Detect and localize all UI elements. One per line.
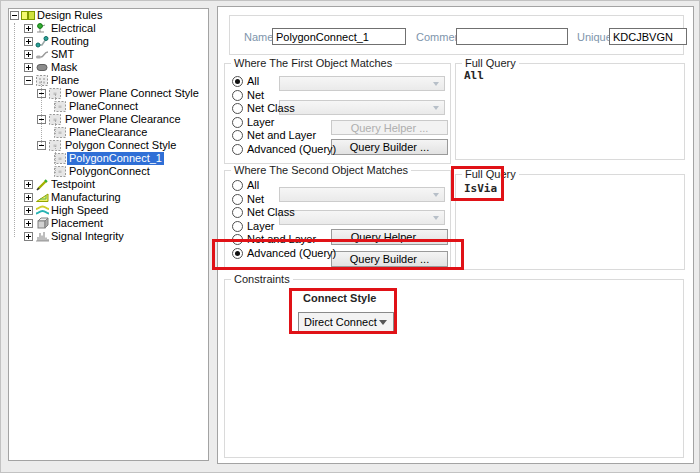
radio-label[interactable]: Advanced (Query) <box>247 247 336 259</box>
radio-layer[interactable] <box>232 117 243 128</box>
radio-label[interactable]: Net <box>247 89 264 101</box>
tree-item-polygon-connect-style[interactable]: Polygon Connect Style <box>9 139 208 152</box>
radio-advanced-query[interactable] <box>232 144 243 155</box>
tree-item-label[interactable]: Polygon Connect Style <box>63 139 178 152</box>
collapse-icon[interactable] <box>10 11 19 20</box>
tree-item-polygonconnect[interactable]: PolygonConnect <box>9 165 208 178</box>
expand-icon[interactable] <box>24 24 33 33</box>
query-builder-button-second[interactable]: Query Builder ... <box>331 251 448 267</box>
radio-row-layer[interactable]: Layer <box>232 220 275 233</box>
tree-item-planeclearance[interactable]: PlaneClearance <box>9 126 208 139</box>
collapse-icon[interactable] <box>24 76 33 85</box>
radio-label[interactable]: Net Class <box>247 206 295 218</box>
tree-item-label[interactable]: Signal Integrity <box>49 230 126 243</box>
tree-item-routing[interactable]: Routing <box>9 35 208 48</box>
radio-row-net-and-layer[interactable]: Net and Layer <box>232 233 316 246</box>
radio-all[interactable] <box>232 180 243 191</box>
radio-row-net-and-layer[interactable]: Net and Layer <box>232 129 316 142</box>
radio-label[interactable]: Net and Layer <box>247 233 316 245</box>
tree-item-label[interactable]: PolygonConnect_1 <box>67 152 164 165</box>
tree-item-label[interactable]: Placement <box>49 217 105 230</box>
radio-net-and-layer[interactable] <box>232 234 243 245</box>
radio-label[interactable]: Net Class <box>247 102 295 114</box>
plane-icon <box>35 74 50 87</box>
high-speed-icon <box>35 204 50 217</box>
expand-icon[interactable] <box>24 193 33 202</box>
radio-net[interactable] <box>232 90 243 101</box>
expand-icon[interactable] <box>24 232 33 241</box>
radio-net-and-layer[interactable] <box>232 130 243 141</box>
expand-icon[interactable] <box>24 206 33 215</box>
tree-item-label[interactable]: PolygonConnect <box>67 165 152 178</box>
full-query-second-text: IsVia <box>464 182 497 195</box>
radio-label[interactable]: Net <box>247 193 264 205</box>
tree-item-label[interactable]: Mask <box>49 61 79 74</box>
tree-item-design-rules[interactable]: Design Rules <box>9 9 208 22</box>
tree-item-polygonconnect-1[interactable]: PolygonConnect_1 <box>9 152 208 165</box>
expand-icon[interactable] <box>24 50 33 59</box>
manufacturing-icon <box>35 191 50 204</box>
tree-item-label[interactable]: PlaneConnect <box>67 100 140 113</box>
radio-row-advanced-query[interactable]: Advanced (Query) <box>232 143 336 156</box>
radio-label[interactable]: Layer <box>247 220 275 232</box>
tree-item-placement[interactable]: Placement <box>9 217 208 230</box>
radio-advanced-query-selected[interactable] <box>232 248 243 259</box>
chevron-down-icon <box>379 320 387 325</box>
name-input[interactable] <box>272 28 406 45</box>
radio-label[interactable]: Net and Layer <box>247 129 316 141</box>
radio-label[interactable]: All <box>247 179 259 191</box>
tree-item-plane[interactable]: Plane <box>9 74 208 87</box>
expand-icon[interactable] <box>24 63 33 72</box>
tree-item-label[interactable]: High Speed <box>49 204 111 217</box>
mask-icon <box>35 61 50 74</box>
net-class-dropdown-second <box>279 210 445 225</box>
radio-label[interactable]: Advanced (Query) <box>247 143 336 155</box>
tree-item-smt[interactable]: SMT <box>9 48 208 61</box>
tree-item-label[interactable]: Routing <box>49 35 91 48</box>
unique-id-input[interactable] <box>609 28 687 45</box>
radio-label[interactable]: Layer <box>247 116 275 128</box>
radio-row-net-class[interactable]: Net Class <box>232 102 295 115</box>
radio-net-class[interactable] <box>232 103 243 114</box>
tree-item-label[interactable]: Power Plane Clearance <box>63 113 183 126</box>
tree-item-high-speed[interactable]: High Speed <box>9 204 208 217</box>
tree-item-label[interactable]: SMT <box>49 48 76 61</box>
tree-item-label[interactable]: Plane <box>49 74 81 87</box>
tree-item-label[interactable]: Testpoint <box>49 178 97 191</box>
tree-item-mask[interactable]: Mask <box>9 61 208 74</box>
expand-icon[interactable] <box>24 219 33 228</box>
query-helper-button-second[interactable]: Query Helper ... <box>331 229 448 245</box>
radio-row-net[interactable]: Net <box>232 89 264 102</box>
tree-item-electrical[interactable]: Electrical <box>9 22 208 35</box>
expand-icon[interactable] <box>24 180 33 189</box>
radio-row-all[interactable]: All <box>232 179 259 192</box>
radio-net-class[interactable] <box>232 207 243 218</box>
net-class-dropdown-first <box>279 100 445 115</box>
tree-item-label[interactable]: Electrical <box>49 22 98 35</box>
tree-item-label[interactable]: Design Rules <box>35 9 104 22</box>
radio-label[interactable]: All <box>247 75 259 87</box>
tree-item-planeconnect[interactable]: PlaneConnect <box>9 100 208 113</box>
tree-item-power-plane-connect-style[interactable]: Power Plane Connect Style <box>9 87 208 100</box>
comment-input[interactable] <box>456 28 568 45</box>
tree-item-label[interactable]: PlaneClearance <box>67 126 149 139</box>
expand-icon[interactable] <box>24 37 33 46</box>
tree-item-label[interactable]: Manufacturing <box>49 191 123 204</box>
tree-item-manufacturing[interactable]: Manufacturing <box>9 191 208 204</box>
tree-item-signal-integrity[interactable]: Signal Integrity <box>9 230 208 243</box>
routing-icon <box>35 35 50 48</box>
radio-row-net-class[interactable]: Net Class <box>232 206 295 219</box>
radio-row-layer[interactable]: Layer <box>232 116 275 129</box>
query-builder-button-first[interactable]: Query Builder ... <box>331 139 448 155</box>
radio-net[interactable] <box>232 194 243 205</box>
radio-row-advanced-query[interactable]: Advanced (Query) <box>232 247 336 260</box>
tree-item-label[interactable]: Power Plane Connect Style <box>63 87 201 100</box>
tree-item-power-plane-clearance[interactable]: Power Plane Clearance <box>9 113 208 126</box>
radio-row-net[interactable]: Net <box>232 193 264 206</box>
chevron-down-icon <box>433 193 439 197</box>
tree-item-testpoint[interactable]: Testpoint <box>9 178 208 191</box>
radio-all-selected[interactable] <box>232 76 243 87</box>
radio-row-all[interactable]: All <box>232 75 259 88</box>
connect-style-dropdown[interactable]: Direct Connect <box>298 312 394 332</box>
radio-layer[interactable] <box>232 221 243 232</box>
